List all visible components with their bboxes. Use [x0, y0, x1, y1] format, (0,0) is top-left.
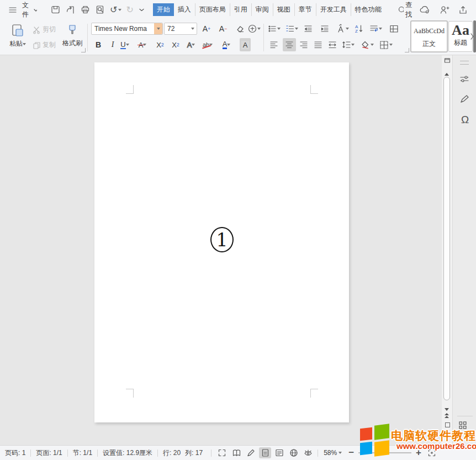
shading-dropdown-arrow[interactable] — [371, 44, 374, 46]
phonetic-guide-button[interactable] — [247, 22, 261, 35]
add-user-button[interactable] — [437, 3, 452, 17]
font-name-dropdown[interactable] — [154, 23, 162, 34]
borders-dropdown-arrow[interactable] — [389, 44, 393, 46]
strikethrough-button[interactable]: A — [137, 38, 148, 51]
tab-special-features[interactable]: 特色功能 — [351, 3, 385, 16]
paragraph-layout-button[interactable] — [369, 22, 382, 35]
ink-annotate-button[interactable] — [457, 92, 473, 107]
underline-button[interactable]: U — [119, 38, 130, 51]
highlight-color-button[interactable]: ab — [202, 38, 213, 51]
outline-view-button[interactable] — [273, 447, 285, 458]
page-view-button[interactable] — [259, 447, 271, 458]
clear-format-button[interactable] — [234, 22, 245, 35]
find-button[interactable]: 查找 — [395, 3, 417, 17]
scrollbar-thumb[interactable] — [443, 77, 450, 400]
font-color-dropdown-arrow[interactable] — [227, 44, 230, 46]
scroll-up-button[interactable] — [445, 70, 449, 77]
decrease-indent-button[interactable] — [303, 22, 314, 35]
previous-page-button[interactable] — [445, 413, 449, 418]
eye-protection-button[interactable] — [302, 447, 314, 458]
cut-button[interactable]: 剪切 — [32, 25, 56, 34]
customize-toolbar-button[interactable] — [136, 3, 147, 17]
align-left-button[interactable] — [268, 38, 279, 51]
file-menu[interactable]: 文件 — [20, 3, 39, 17]
increase-indent-button[interactable] — [319, 22, 330, 35]
line-spacing-button[interactable] — [341, 38, 355, 51]
italic-button[interactable]: I — [107, 38, 118, 51]
align-center-button[interactable] — [283, 38, 296, 51]
vertical-scrollbar[interactable] — [442, 55, 452, 445]
styles-scrollbar[interactable] — [473, 20, 476, 52]
document-page[interactable]: 1 — [94, 62, 349, 422]
shading-button[interactable] — [360, 38, 374, 51]
format-painter-button[interactable]: 格式刷 — [60, 22, 85, 48]
export-button[interactable] — [63, 3, 78, 17]
print-preview-button[interactable] — [93, 3, 108, 17]
ruler-toggle-button[interactable] — [444, 57, 451, 64]
font-size-select[interactable]: 72 — [164, 23, 197, 35]
justify-button[interactable] — [313, 38, 324, 51]
paste-button[interactable]: 粘贴 — [6, 22, 30, 49]
subscript-button[interactable]: X2 — [170, 38, 181, 51]
borders-button[interactable] — [379, 38, 393, 51]
bullets-button[interactable] — [267, 22, 281, 35]
sort-button[interactable]: A Z — [353, 22, 364, 35]
tab-insert[interactable]: 插入 — [174, 3, 195, 16]
sort-icon: A Z — [354, 24, 364, 34]
undo-button[interactable]: ↺ — [108, 3, 124, 17]
zoom-out-button[interactable]: − — [345, 447, 357, 458]
superscript-button[interactable]: X2 — [155, 38, 166, 51]
tab-view[interactable]: 视图 — [273, 3, 294, 16]
char-shading-button[interactable]: A — [240, 38, 251, 51]
paragraph-layout-dropdown-arrow[interactable] — [379, 28, 382, 30]
cloud-sync-button[interactable] — [417, 3, 433, 17]
share-button[interactable] — [456, 3, 471, 17]
numbering-button[interactable] — [285, 22, 298, 35]
sidebar-drag-handle[interactable] — [460, 61, 469, 65]
copy-button[interactable]: 复制 — [32, 40, 56, 50]
fullscreen-button[interactable] — [216, 447, 228, 458]
web-layout-button[interactable] — [288, 447, 300, 458]
grow-font-button[interactable]: A+ — [201, 22, 212, 35]
align-right-button[interactable] — [298, 38, 309, 51]
document-canvas[interactable]: 1 — [0, 55, 442, 445]
tab-review[interactable]: 审阅 — [251, 3, 273, 16]
phonetic-dropdown-arrow[interactable] — [257, 28, 261, 30]
shrink-font-button[interactable]: A− — [218, 22, 229, 35]
text-tools-dropdown-arrow[interactable] — [346, 28, 349, 30]
bullets-dropdown-arrow[interactable] — [277, 28, 281, 30]
bold-button[interactable]: B — [93, 38, 104, 51]
numbering-dropdown-arrow[interactable] — [295, 28, 298, 30]
style-item-normal[interactable]: AaBbCcDd 正文 — [411, 21, 447, 52]
undo-dropdown-arrow[interactable] — [118, 9, 121, 11]
distribute-button[interactable] — [327, 38, 338, 51]
font-size-dropdown[interactable] — [188, 23, 197, 34]
print-button[interactable] — [78, 3, 93, 17]
text-effects-button[interactable]: A — [186, 38, 197, 51]
font-color-button[interactable]: A — [221, 38, 232, 51]
frame-button[interactable] — [388, 22, 399, 35]
text-tools-button[interactable] — [336, 22, 349, 35]
tab-home[interactable]: 开始 — [153, 3, 174, 16]
font-name-select[interactable]: Times New Roma — [91, 23, 163, 35]
clipboard-dialog-launcher[interactable] — [81, 48, 86, 52]
zoom-level-dropdown[interactable]: 58% — [320, 449, 345, 457]
text-effects-dropdown-arrow[interactable] — [192, 44, 195, 46]
properties-panel-button[interactable] — [457, 72, 473, 87]
underline-dropdown-arrow[interactable] — [126, 44, 129, 46]
paste-dropdown-arrow[interactable] — [23, 43, 26, 45]
hamburger-menu-button[interactable] — [6, 3, 20, 17]
tab-section[interactable]: 章节 — [294, 3, 316, 16]
read-layout-button[interactable] — [230, 447, 242, 458]
save-button[interactable] — [48, 3, 63, 17]
line-spacing-dropdown-arrow[interactable] — [351, 44, 355, 46]
redo-button[interactable]: ↻ — [124, 3, 135, 17]
tab-page-layout[interactable]: 页面布局 — [195, 3, 230, 16]
scroll-down-button[interactable] — [445, 405, 449, 413]
paragraph-dialog-launcher[interactable] — [405, 48, 409, 52]
style-item-heading[interactable]: Aa 标题 — [448, 21, 473, 52]
symbol-panel-button[interactable]: Ω — [457, 112, 473, 128]
write-mode-button[interactable] — [245, 447, 257, 458]
tab-developer[interactable]: 开发工具 — [316, 3, 351, 16]
tab-references[interactable]: 引用 — [230, 3, 251, 16]
